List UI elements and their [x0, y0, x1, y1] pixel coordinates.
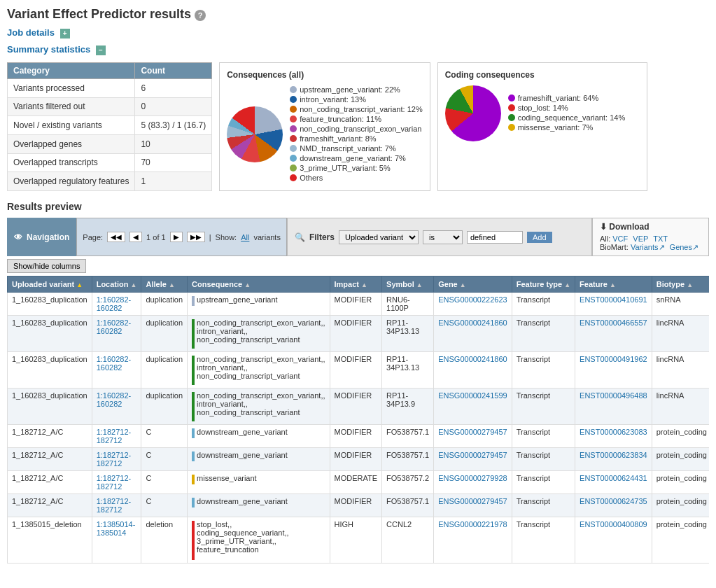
stats-cell: Variants processed	[8, 79, 135, 98]
show-variants-suffix: variants	[253, 233, 281, 241]
stats-cell: Overlapped regulatory features	[8, 172, 135, 191]
help-icon[interactable]: ?	[195, 10, 206, 21]
show-hide-columns-btn[interactable]: Show/hide columns	[7, 259, 86, 273]
gene-link[interactable]: ENSG00000241860	[438, 355, 507, 363]
location-link[interactable]: 1:182712-182712	[97, 451, 132, 468]
filter-operator-select[interactable]: isis not	[423, 230, 463, 244]
gene-link[interactable]: ENSG00000279457	[438, 451, 507, 459]
page-first-btn[interactable]: ◀◀	[107, 232, 125, 242]
biotype-cell: protein_coding	[652, 425, 709, 448]
location-cell: 1:160282-160282	[92, 316, 141, 352]
impact-cell: MODIFIER	[330, 494, 382, 517]
gene-link[interactable]: ENSG00000279928	[438, 474, 507, 482]
table-header-biotype[interactable]: Biotype ▲	[652, 276, 709, 293]
location-link[interactable]: 1:160282-160282	[97, 295, 132, 312]
legend-item: non_coding_transcript_exon_varian	[290, 125, 423, 133]
stats-cell: 70	[135, 153, 212, 172]
uploaded-variant-cell: 1_160283_duplication	[8, 388, 92, 425]
feature-link[interactable]: ENST00000491962	[580, 355, 647, 363]
feature-cell: ENST00000624431	[575, 471, 652, 494]
consequence-cell: non_coding_transcript_exon_variant,,intr…	[188, 316, 330, 352]
feature-type-cell: Transcript	[512, 448, 575, 471]
filter-field-select[interactable]: Uploaded variantLocationAlleleConsequenc…	[339, 230, 419, 244]
filter-icon: 🔍	[295, 232, 305, 242]
location-link[interactable]: 1:182712-182712	[97, 474, 132, 491]
download-vep-link[interactable]: VEP	[633, 234, 648, 243]
gene-link[interactable]: ENSG00000222623	[438, 295, 507, 304]
feature-link[interactable]: ENST00000624735	[580, 497, 647, 505]
show-label: | Show:	[209, 233, 237, 241]
location-link[interactable]: 1:182712-182712	[97, 428, 132, 444]
feature-link[interactable]: ENST00000623083	[580, 428, 647, 436]
download-txt-link[interactable]: TXT	[653, 234, 668, 243]
table-header-feature-type[interactable]: Feature type ▲	[512, 276, 575, 293]
table-header-allele[interactable]: Allele ▲	[141, 276, 188, 293]
impact-cell: MODIFIER	[330, 352, 382, 388]
table-header-impact[interactable]: Impact ▲	[330, 276, 382, 293]
biotype-cell: protein_coding	[652, 494, 709, 517]
feature-link[interactable]: ENST00000400809	[580, 520, 647, 528]
gene-link[interactable]: ENSG00000241860	[438, 318, 507, 327]
location-link[interactable]: 1:160282-160282	[97, 355, 132, 372]
legend-item: non_coding_transcript_variant: 12%	[290, 105, 423, 113]
feature-cell: ENST00000496488	[575, 388, 652, 425]
feature-cell: ENST00000410691	[575, 293, 652, 316]
legend-item: downstream_gene_variant: 7%	[290, 154, 423, 162]
page-prev-btn[interactable]: ◀	[129, 232, 142, 242]
gene-link[interactable]: ENSG00000241599	[438, 391, 507, 400]
feature-link[interactable]: ENST00000466557	[580, 318, 647, 327]
table-header-location[interactable]: Location ▲	[92, 276, 141, 293]
download-all-label: All:	[600, 234, 610, 243]
gene-link[interactable]: ENSG00000221978	[438, 520, 507, 528]
uploaded-variant-cell: 1_1385015_deletion	[8, 517, 92, 564]
consequence-cell: upstream_gene_variant	[188, 293, 330, 316]
location-cell: 1:182712-182712	[92, 494, 141, 517]
table-row: 1_160283_duplication1:160282-160282dupli…	[8, 352, 710, 388]
legend-item: coding_sequence_variant: 14%	[508, 113, 626, 122]
table-header-consequence[interactable]: Consequence ▲	[188, 276, 330, 293]
location-cell: 1:160282-160282	[92, 352, 141, 388]
biomart-genes-link[interactable]: Genes↗	[670, 243, 699, 251]
job-details-toggle[interactable]: Job details +	[7, 27, 70, 38]
table-row: 1_182712_A/C1:182712-182712Cdownstream_g…	[8, 448, 710, 471]
feature-link[interactable]: ENST00000410691	[580, 295, 647, 304]
location-link[interactable]: 1:160282-160282	[97, 391, 132, 408]
page-next-btn[interactable]: ▶	[170, 232, 183, 242]
table-row: 1_160283_duplication1:160282-160282dupli…	[8, 316, 710, 352]
symbol-cell: RNU6-1100P	[382, 293, 434, 316]
table-header-uploaded-variant[interactable]: Uploaded variant ▲	[8, 276, 92, 293]
stats-col-category: Category	[8, 63, 135, 79]
show-all-link[interactable]: All	[241, 233, 249, 241]
feature-link[interactable]: ENST00000623834	[580, 451, 647, 459]
location-link[interactable]: 1:1385014-1385014	[97, 520, 136, 537]
table-row: 1_182712_A/C1:182712-182712Cdownstream_g…	[8, 425, 710, 448]
feature-link[interactable]: ENST00000496488	[580, 391, 647, 400]
stats-cell: 5 (83.3) / 1 (16.7)	[135, 116, 212, 135]
summary-statistics-toggle[interactable]: Summary statistics −	[7, 44, 106, 55]
download-vcf-link[interactable]: VCF	[612, 234, 628, 243]
location-link[interactable]: 1:160282-160282	[97, 318, 132, 335]
biomart-variants-link[interactable]: Variants↗	[631, 243, 665, 251]
table-header-symbol[interactable]: Symbol ▲	[382, 276, 434, 293]
location-cell: 1:182712-182712	[92, 425, 141, 448]
page-last-btn[interactable]: ▶▶	[187, 232, 205, 242]
symbol-cell: RP11-34P13.13	[382, 352, 434, 388]
allele-cell: duplication	[141, 352, 188, 388]
legend-item: feature_truncation: 11%	[290, 115, 423, 123]
filter-value-input[interactable]	[467, 231, 523, 244]
table-header-feature[interactable]: Feature ▲	[575, 276, 652, 293]
gene-link[interactable]: ENSG00000279457	[438, 497, 507, 505]
download-label: Download	[609, 222, 649, 232]
add-filter-btn[interactable]: Add	[527, 232, 552, 243]
location-link[interactable]: 1:182712-182712	[97, 497, 132, 514]
table-header-gene[interactable]: Gene ▲	[434, 276, 512, 293]
summary-statistics-icon: −	[96, 46, 106, 55]
consequences-all-pie	[227, 106, 283, 162]
impact-cell: MODIFIER	[330, 388, 382, 425]
biotype-cell: lincRNA	[652, 352, 709, 388]
feature-link[interactable]: ENST00000624431	[580, 474, 647, 482]
job-details-icon: +	[60, 29, 70, 38]
symbol-cell: FO538757.1	[382, 494, 434, 517]
gene-link[interactable]: ENSG00000279457	[438, 428, 507, 436]
navigation-panel: 👁 Navigation	[7, 218, 76, 256]
